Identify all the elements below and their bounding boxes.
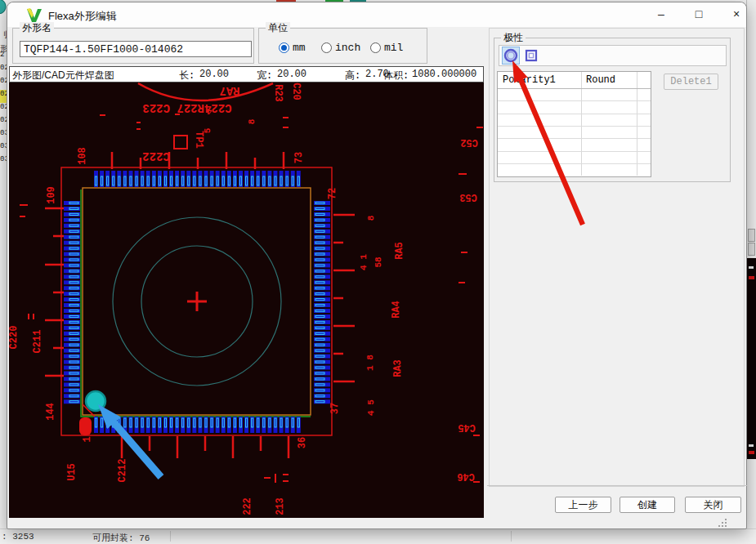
silk-label: C52 xyxy=(460,136,478,148)
close-dialog-button[interactable]: 关闭 xyxy=(685,497,741,513)
circle-icon xyxy=(503,48,518,63)
square-polarity-button[interactable] xyxy=(522,47,540,65)
length-value: 20.00 xyxy=(199,69,229,80)
width-label: 宽: xyxy=(257,69,272,82)
status-count: : 3253 xyxy=(2,532,34,542)
unit-radio-mil[interactable]: mil xyxy=(370,42,403,54)
shape-name-group-label: 外形名 xyxy=(20,22,54,33)
flexa-shape-edit-dialog: Flexa外形编辑 – □ × 外形名 单位 mm inch mil xyxy=(7,2,747,529)
radio-icon xyxy=(370,42,381,53)
unit-radio-mil-label: mil xyxy=(384,42,403,54)
unit-group-label: 单位 xyxy=(266,22,290,33)
pin1-pad-marker xyxy=(79,417,92,435)
status-available-packages: 可用封装: 76 xyxy=(92,532,150,544)
radio-icon xyxy=(279,42,289,53)
silk-label: C46 xyxy=(457,470,475,482)
circle-polarity-button[interactable] xyxy=(502,47,520,65)
parent-right-edge xyxy=(746,0,756,544)
silk-label: C220 xyxy=(9,326,20,350)
polarity-group-label: 极性 xyxy=(501,32,526,43)
maximize-button[interactable]: □ xyxy=(682,2,716,26)
dimensions-info-bar: 外形图/CAD元件焊盘图 长: 20.00 宽: 20.00 高: 2.70 体… xyxy=(9,66,484,82)
unit-radio-inch[interactable]: inch xyxy=(321,42,360,54)
polarity-toolbar xyxy=(499,45,727,66)
column-header-polarity1[interactable]: Polarity1 xyxy=(498,72,581,88)
width-value: 20.00 xyxy=(277,69,306,80)
silk-label: 4 5 xyxy=(366,399,376,416)
footer-separator xyxy=(487,485,747,486)
parent-text-fragment: 刂 xyxy=(0,29,7,41)
silk-label: 72 xyxy=(327,188,338,199)
length-label: 长: xyxy=(179,69,195,82)
silk-label: 37 xyxy=(329,403,341,414)
title-bar[interactable]: Flexa外形编辑 – □ × xyxy=(7,2,746,27)
window-title: Flexa外形编辑 xyxy=(48,9,117,24)
unit-radio-inch-label: inch xyxy=(335,42,360,54)
unit-radio-mm-label: mm xyxy=(293,42,306,54)
polarity-table[interactable]: Polarity1 Round xyxy=(497,71,651,177)
column-header-round[interactable]: Round xyxy=(581,72,637,88)
silk-label: 1 xyxy=(82,436,93,442)
silk-label: C53 xyxy=(459,191,477,203)
silk-label: 109 xyxy=(46,186,57,204)
screen: 刂 形 20202020202030303 : 3253 可用封装: 76 xyxy=(0,0,756,544)
silk-label: 108 xyxy=(77,147,88,165)
shape-name-input[interactable] xyxy=(20,41,252,57)
silk-label: 58 xyxy=(374,256,383,268)
silk-label: RA5 xyxy=(394,242,405,260)
silk-label: 36 xyxy=(297,437,308,448)
silk-label: C222 xyxy=(142,149,170,163)
unit-group: 单位 mm inch mil xyxy=(258,28,427,64)
silk-label: 4 1 xyxy=(359,254,369,270)
silk-label: C224R227 C223 xyxy=(142,101,231,114)
silk-label: 73 xyxy=(293,152,305,163)
previous-step-button[interactable]: 上一步 xyxy=(555,497,611,513)
silk-label: C211 xyxy=(32,330,43,354)
silk-label: C212 xyxy=(117,459,128,483)
height-label: 高: xyxy=(345,69,360,82)
parent-status-bar: : 3253 可用封装: 76 xyxy=(0,528,756,544)
pin1-polarity-dot xyxy=(86,391,105,411)
minimize-button[interactable]: – xyxy=(644,2,678,26)
create-button[interactable]: 创建 xyxy=(620,497,675,513)
silk-label: RA3 xyxy=(392,359,404,377)
silk-label: C45 xyxy=(458,421,476,433)
silk-label: R23 xyxy=(272,84,284,102)
silk-label: 222 xyxy=(242,497,253,515)
silk-label: 8 xyxy=(247,118,257,124)
silk-label: TP1 xyxy=(193,131,204,149)
view-tab-label: 外形图/CAD元件焊盘图 xyxy=(12,69,114,82)
resize-grip[interactable] xyxy=(718,519,728,527)
silk-label: 213 xyxy=(275,497,286,515)
unit-radio-mm[interactable]: mm xyxy=(279,42,306,54)
silk-label: 8 xyxy=(366,215,376,221)
silk-label: 1 8 xyxy=(365,354,375,371)
silk-label: C20 xyxy=(290,82,302,100)
delete1-button[interactable]: Delete1 xyxy=(664,74,718,90)
app-logo-icon xyxy=(25,7,43,24)
footprint-canvas[interactable]: C224R227 C223RA7R23C20458C222TP110810973… xyxy=(9,82,484,518)
parent-list-fragment: 20202020202030303 xyxy=(0,51,7,168)
silk-label: 144 xyxy=(45,403,56,421)
silk-label: U15 xyxy=(66,463,78,481)
shape-name-group: 外形名 xyxy=(12,28,254,64)
square-icon xyxy=(524,48,539,63)
silk-label: 4 xyxy=(206,106,212,116)
polarity-group: 极性 Polarity1 Round xyxy=(494,38,731,182)
silk-label: RA4 xyxy=(391,301,402,319)
close-button[interactable]: × xyxy=(719,2,754,26)
radio-icon xyxy=(321,42,332,53)
volume-value: 1080.000000 xyxy=(412,69,476,80)
silk-label: RA7 xyxy=(219,84,239,97)
volume-label: 体积: xyxy=(383,69,409,82)
